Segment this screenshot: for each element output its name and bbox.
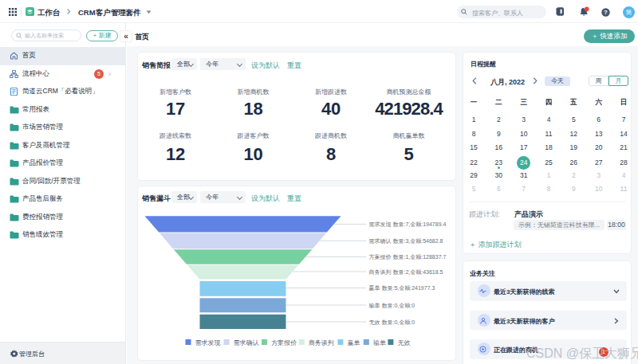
svg-text:赢单: 赢单	[348, 339, 360, 346]
svg-text:赢单 数量:5,金额:241977.3: 赢单 数量:5,金额:241977.3	[369, 285, 435, 292]
svg-text:无效: 无效	[398, 339, 411, 346]
svg-text:输单 数量:0,金额:0: 输单 数量:0,金额:0	[369, 303, 415, 309]
svg-text:需求发现 数量:7,金额:194789.4: 需求发现 数量:7,金额:194789.4	[369, 221, 447, 228]
svg-text:商务谈判 数量:2,金额:43618.5: 商务谈判 数量:2,金额:43618.5	[368, 269, 443, 276]
svg-text:方案报价: 方案报价	[271, 339, 297, 346]
svg-text:方案报价 数量:1,金额:128837.7: 方案报价 数量:1,金额:128837.7	[369, 253, 447, 260]
svg-text:需求发现: 需求发现	[195, 339, 221, 346]
svg-text:需求确认 数量:3,金额:54682.8: 需求确认 数量:3,金额:54682.8	[369, 238, 443, 245]
svg-text:无效 数量:0,金额:0: 无效 数量:0,金额:0	[369, 319, 415, 326]
svg-text:需求确认: 需求确认	[234, 339, 259, 346]
svg-text:商务谈判: 商务谈判	[309, 339, 334, 346]
svg-text:输单: 输单	[373, 339, 386, 346]
svg-text:?: ?	[604, 9, 608, 16]
